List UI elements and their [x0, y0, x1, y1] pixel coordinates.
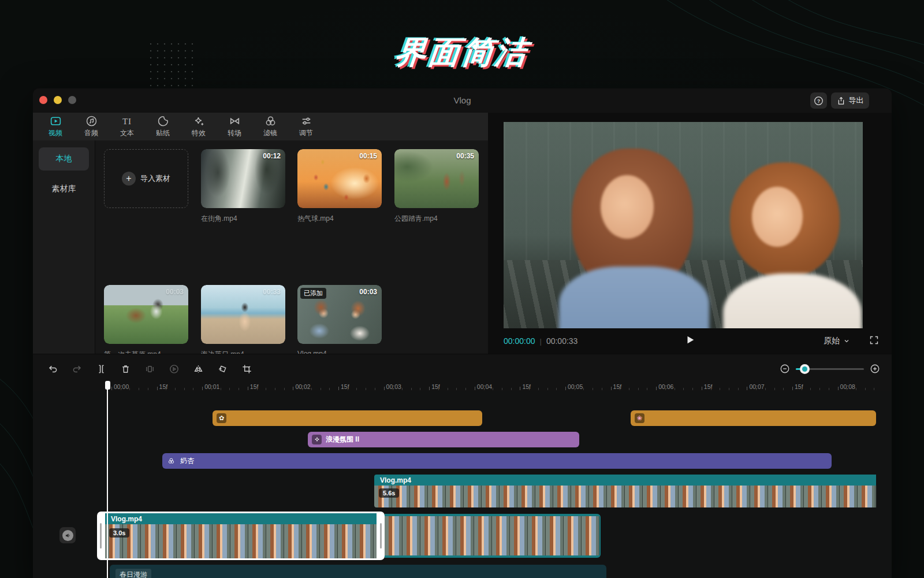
fullscreen-button[interactable] [869, 335, 879, 347]
media-thumbnail[interactable]: 00:33 [201, 285, 285, 344]
share-icon [837, 97, 845, 105]
trim-handle-left[interactable] [100, 523, 102, 549]
ruler-major-tick [202, 387, 203, 390]
ruler-minor-tick [148, 388, 148, 390]
ruler-minor-tick [511, 388, 512, 390]
import-media-label: 导入素材 [140, 173, 170, 184]
ruler-minor-tick [502, 388, 502, 390]
tab-adjust[interactable]: 调节 [288, 115, 324, 138]
ruler-minor-tick [593, 388, 593, 390]
ruler-minor-tick [493, 388, 493, 390]
quality-selector[interactable]: 原始 [824, 336, 850, 346]
tab-transition[interactable]: 转场 [217, 115, 252, 138]
sticker-clip-2[interactable]: ❀ [631, 410, 876, 426]
added-badge: 已添加 [300, 288, 326, 299]
ruler-minor-tick [819, 388, 820, 390]
chevron-down-icon [843, 338, 850, 344]
ruler-minor-tick [366, 388, 366, 390]
effects-icon [193, 115, 205, 127]
ruler-minor-tick [783, 388, 784, 390]
frames-button [137, 364, 162, 375]
ruler-minor-tick [765, 388, 766, 390]
sidebar-item-1[interactable]: 素材库 [39, 177, 89, 201]
ruler-minor-tick [348, 388, 348, 390]
timeline-ruler[interactable]: 00:0015f00:0115f00:0215f00:0315f00:0415f… [33, 380, 892, 391]
tab-play-square[interactable]: 视频 [38, 115, 73, 138]
ruler-minor-tick [411, 388, 412, 390]
tab-label: 特效 [192, 128, 206, 138]
ruler-minor-tick [738, 388, 739, 390]
zoom-out-icon[interactable] [780, 364, 790, 374]
ruler-major-tick [520, 387, 520, 390]
play-square-icon [50, 115, 62, 127]
ruler-minor-tick [356, 388, 357, 390]
filter-clip[interactable]: 奶杏 [162, 453, 832, 469]
zoom-in-icon[interactable] [870, 364, 880, 374]
ruler-major-tick [747, 387, 747, 390]
ruler-minor-tick [139, 388, 139, 390]
adjust-icon [300, 115, 312, 127]
media-thumbnail[interactable]: 00:12 [201, 149, 285, 208]
trash-button[interactable] [113, 364, 137, 375]
tab-filter[interactable]: 滤镜 [252, 115, 288, 138]
ruler-major-tick [338, 387, 339, 390]
overlay-video-clip[interactable]: Vlog.mp4 5.6s [374, 475, 876, 507]
tab-label: 贴纸 [156, 128, 170, 138]
ruler-minor-tick [302, 388, 303, 390]
ruler-minor-tick [620, 388, 620, 390]
ruler-minor-tick [321, 388, 321, 390]
ruler-major-tick [838, 387, 839, 390]
transition-icon [229, 115, 241, 127]
playhead-line[interactable] [107, 381, 108, 578]
trim-handle-right[interactable] [380, 523, 382, 549]
export-button[interactable]: 导出 [831, 92, 869, 109]
help-button[interactable]: ? [810, 92, 827, 109]
crop-button[interactable] [234, 364, 259, 375]
tab-label: 音频 [84, 128, 98, 138]
ruler-major-tick [429, 387, 430, 390]
text-clip[interactable]: 春日漫游 [110, 565, 606, 578]
split-button[interactable] [89, 364, 113, 375]
playhead-handle[interactable] [105, 381, 110, 390]
ruler-minor-tick [665, 388, 666, 390]
zoom-slider[interactable] [796, 368, 864, 370]
sticker-clip-1[interactable]: ✿ [213, 410, 482, 426]
ruler-major-tick [248, 387, 248, 390]
ruler-minor-tick [538, 388, 539, 390]
play-button[interactable] [685, 335, 695, 347]
window-titlebar: Vlog ? 导出 [33, 88, 892, 113]
tab-effects[interactable]: 特效 [181, 115, 217, 138]
ruler-minor-tick [774, 388, 775, 390]
ruler-minor-tick [711, 388, 711, 390]
tab-audio[interactable]: 音频 [73, 115, 109, 138]
ruler-minor-tick [802, 388, 802, 390]
effect-clip[interactable]: 浪漫氛围 II [308, 432, 579, 447]
rotate-button[interactable] [210, 364, 234, 375]
media-thumbnail[interactable]: 已添加00:03 [297, 285, 382, 344]
tab-text[interactable]: TI文本 [109, 116, 145, 138]
media-thumbnail[interactable]: 00:35 [394, 149, 479, 208]
media-thumbnail[interactable]: 00:03 [104, 285, 188, 344]
ruler-minor-tick [284, 388, 285, 390]
ruler-minor-tick [484, 388, 485, 390]
track-audio-toggle-button[interactable] [59, 527, 76, 543]
sidebar-item-0[interactable]: 本地 [39, 147, 89, 171]
tab-sticker[interactable]: 贴纸 [145, 115, 181, 138]
import-media-button[interactable]: + 导入素材 [104, 149, 188, 208]
zoom-slider-knob[interactable] [800, 364, 810, 374]
main-video-clip-selected[interactable]: Vlog.mp4 3.0s [97, 512, 385, 560]
main-video-clip-2[interactable] [385, 514, 601, 558]
media-thumbnail[interactable]: 00:15 [297, 149, 382, 208]
main-clip-2-filmstrip [385, 516, 599, 555]
ruler-minor-tick [529, 388, 530, 390]
main-clip-duration: 3.0s [109, 528, 129, 538]
ruler-minor-tick [683, 388, 684, 390]
mirror-button[interactable] [186, 364, 210, 375]
media-duration: 00:33 [263, 288, 281, 296]
window-title: Vlog [33, 95, 892, 105]
ruler-label: 00:00 [114, 383, 129, 390]
ruler-major-tick [611, 387, 612, 390]
tab-label: 转场 [228, 128, 241, 138]
time-separator: | [540, 337, 542, 346]
undo-button[interactable] [40, 364, 65, 375]
